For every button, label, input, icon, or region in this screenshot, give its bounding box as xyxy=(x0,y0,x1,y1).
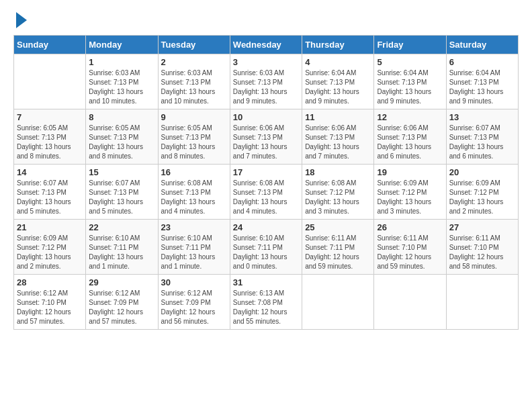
day-number: 19 xyxy=(377,167,443,177)
day-info: Sunrise: 6:06 AM Sunset: 7:13 PM Dayligh… xyxy=(377,124,443,161)
calendar-cell: 29Sunrise: 6:12 AM Sunset: 7:09 PM Dayli… xyxy=(86,275,158,330)
calendar-week-row: 21Sunrise: 6:09 AM Sunset: 7:12 PM Dayli… xyxy=(14,220,519,275)
day-number: 18 xyxy=(305,167,371,177)
calendar-cell: 27Sunrise: 6:11 AM Sunset: 7:10 PM Dayli… xyxy=(446,220,518,275)
day-info: Sunrise: 6:04 AM Sunset: 7:13 PM Dayligh… xyxy=(449,68,515,106)
day-info: Sunrise: 6:13 AM Sunset: 7:08 PM Dayligh… xyxy=(233,289,299,326)
day-number: 25 xyxy=(305,222,371,232)
day-number: 14 xyxy=(17,167,83,177)
day-info: Sunrise: 6:06 AM Sunset: 7:13 PM Dayligh… xyxy=(305,124,371,161)
day-info: Sunrise: 6:11 AM Sunset: 7:11 PM Dayligh… xyxy=(305,234,371,271)
day-info: Sunrise: 6:07 AM Sunset: 7:13 PM Dayligh… xyxy=(89,179,154,216)
day-info: Sunrise: 6:10 AM Sunset: 7:11 PM Dayligh… xyxy=(233,234,299,271)
calendar-cell: 25Sunrise: 6:11 AM Sunset: 7:11 PM Dayli… xyxy=(302,220,374,275)
day-number: 5 xyxy=(377,57,443,67)
day-info: Sunrise: 6:03 AM Sunset: 7:13 PM Dayligh… xyxy=(161,68,227,106)
day-number: 6 xyxy=(449,57,515,67)
calendar-cell: 12Sunrise: 6:06 AM Sunset: 7:13 PM Dayli… xyxy=(374,109,446,165)
calendar-cell: 18Sunrise: 6:08 AM Sunset: 7:12 PM Dayli… xyxy=(302,165,374,220)
calendar-cell: 7Sunrise: 6:05 AM Sunset: 7:13 PM Daylig… xyxy=(14,109,86,165)
calendar-cell: 30Sunrise: 6:12 AM Sunset: 7:09 PM Dayli… xyxy=(158,275,230,330)
day-number: 2 xyxy=(161,57,227,67)
day-info: Sunrise: 6:08 AM Sunset: 7:12 PM Dayligh… xyxy=(305,179,371,216)
day-number: 13 xyxy=(449,112,515,122)
calendar-cell: 31Sunrise: 6:13 AM Sunset: 7:08 PM Dayli… xyxy=(230,275,302,330)
day-number: 23 xyxy=(161,222,227,232)
day-info: Sunrise: 6:08 AM Sunset: 7:13 PM Dayligh… xyxy=(161,179,227,216)
weekday-header-tuesday: Tuesday xyxy=(158,36,230,54)
calendar-cell: 5Sunrise: 6:04 AM Sunset: 7:13 PM Daylig… xyxy=(374,54,446,109)
day-number: 3 xyxy=(233,57,299,67)
day-info: Sunrise: 6:03 AM Sunset: 7:13 PM Dayligh… xyxy=(233,68,299,106)
day-number: 17 xyxy=(233,167,299,177)
day-number: 11 xyxy=(305,112,371,122)
day-number: 16 xyxy=(161,167,227,177)
calendar-cell: 4Sunrise: 6:04 AM Sunset: 7:13 PM Daylig… xyxy=(302,54,374,109)
day-info: Sunrise: 6:08 AM Sunset: 7:13 PM Dayligh… xyxy=(233,179,299,216)
weekday-header-row: SundayMondayTuesdayWednesdayThursdayFrid… xyxy=(14,36,519,54)
calendar-cell xyxy=(14,54,86,109)
day-number: 20 xyxy=(449,167,515,177)
calendar-cell: 13Sunrise: 6:07 AM Sunset: 7:13 PM Dayli… xyxy=(446,109,518,165)
calendar-cell xyxy=(446,275,518,330)
logo xyxy=(13,13,27,28)
day-info: Sunrise: 6:04 AM Sunset: 7:13 PM Dayligh… xyxy=(305,68,371,106)
calendar-cell: 3Sunrise: 6:03 AM Sunset: 7:13 PM Daylig… xyxy=(230,54,302,109)
day-info: Sunrise: 6:10 AM Sunset: 7:11 PM Dayligh… xyxy=(89,234,154,271)
calendar-cell: 6Sunrise: 6:04 AM Sunset: 7:13 PM Daylig… xyxy=(446,54,518,109)
day-info: Sunrise: 6:11 AM Sunset: 7:10 PM Dayligh… xyxy=(377,234,443,271)
calendar-cell: 26Sunrise: 6:11 AM Sunset: 7:10 PM Dayli… xyxy=(374,220,446,275)
calendar-cell xyxy=(374,275,446,330)
day-number: 10 xyxy=(233,112,299,122)
calendar-cell: 28Sunrise: 6:12 AM Sunset: 7:10 PM Dayli… xyxy=(14,275,86,330)
day-info: Sunrise: 6:05 AM Sunset: 7:13 PM Dayligh… xyxy=(89,124,154,161)
day-number: 27 xyxy=(449,222,515,232)
weekday-header-friday: Friday xyxy=(374,36,446,54)
day-number: 31 xyxy=(233,277,299,287)
day-info: Sunrise: 6:12 AM Sunset: 7:09 PM Dayligh… xyxy=(89,289,154,326)
day-number: 30 xyxy=(161,277,227,287)
day-info: Sunrise: 6:05 AM Sunset: 7:13 PM Dayligh… xyxy=(17,124,83,161)
calendar-week-row: 28Sunrise: 6:12 AM Sunset: 7:10 PM Dayli… xyxy=(14,275,519,330)
day-number: 1 xyxy=(89,57,154,67)
day-info: Sunrise: 6:12 AM Sunset: 7:10 PM Dayligh… xyxy=(17,289,83,326)
day-number: 15 xyxy=(89,167,154,177)
calendar-week-row: 14Sunrise: 6:07 AM Sunset: 7:13 PM Dayli… xyxy=(14,165,519,220)
calendar-cell: 14Sunrise: 6:07 AM Sunset: 7:13 PM Dayli… xyxy=(14,165,86,220)
day-number: 26 xyxy=(377,222,443,232)
weekday-header-saturday: Saturday xyxy=(446,36,518,54)
day-info: Sunrise: 6:07 AM Sunset: 7:13 PM Dayligh… xyxy=(449,124,515,161)
calendar-cell: 15Sunrise: 6:07 AM Sunset: 7:13 PM Dayli… xyxy=(86,165,158,220)
calendar-cell: 10Sunrise: 6:06 AM Sunset: 7:13 PM Dayli… xyxy=(230,109,302,165)
calendar-cell: 24Sunrise: 6:10 AM Sunset: 7:11 PM Dayli… xyxy=(230,220,302,275)
weekday-header-sunday: Sunday xyxy=(14,36,86,54)
calendar-table: SundayMondayTuesdayWednesdayThursdayFrid… xyxy=(13,35,519,330)
calendar-cell: 11Sunrise: 6:06 AM Sunset: 7:13 PM Dayli… xyxy=(302,109,374,165)
day-info: Sunrise: 6:11 AM Sunset: 7:10 PM Dayligh… xyxy=(449,234,515,271)
day-info: Sunrise: 6:10 AM Sunset: 7:11 PM Dayligh… xyxy=(161,234,227,271)
day-number: 28 xyxy=(17,277,83,287)
day-info: Sunrise: 6:09 AM Sunset: 7:12 PM Dayligh… xyxy=(17,234,83,271)
logo-arrow-icon xyxy=(16,12,27,28)
day-info: Sunrise: 6:04 AM Sunset: 7:13 PM Dayligh… xyxy=(377,68,443,106)
day-info: Sunrise: 6:12 AM Sunset: 7:09 PM Dayligh… xyxy=(161,289,227,326)
calendar-cell: 17Sunrise: 6:08 AM Sunset: 7:13 PM Dayli… xyxy=(230,165,302,220)
calendar-cell: 8Sunrise: 6:05 AM Sunset: 7:13 PM Daylig… xyxy=(86,109,158,165)
day-number: 9 xyxy=(161,112,227,122)
calendar-cell: 20Sunrise: 6:09 AM Sunset: 7:12 PM Dayli… xyxy=(446,165,518,220)
calendar-week-row: 7Sunrise: 6:05 AM Sunset: 7:13 PM Daylig… xyxy=(14,109,519,165)
calendar-cell: 2Sunrise: 6:03 AM Sunset: 7:13 PM Daylig… xyxy=(158,54,230,109)
calendar-cell: 23Sunrise: 6:10 AM Sunset: 7:11 PM Dayli… xyxy=(158,220,230,275)
calendar-week-row: 1Sunrise: 6:03 AM Sunset: 7:13 PM Daylig… xyxy=(14,54,519,109)
day-number: 21 xyxy=(17,222,83,232)
weekday-header-monday: Monday xyxy=(86,36,158,54)
calendar-cell: 16Sunrise: 6:08 AM Sunset: 7:13 PM Dayli… xyxy=(158,165,230,220)
day-info: Sunrise: 6:03 AM Sunset: 7:13 PM Dayligh… xyxy=(89,68,154,106)
day-info: Sunrise: 6:07 AM Sunset: 7:13 PM Dayligh… xyxy=(17,179,83,216)
day-info: Sunrise: 6:06 AM Sunset: 7:13 PM Dayligh… xyxy=(233,124,299,161)
page-header xyxy=(13,13,519,28)
calendar-cell: 1Sunrise: 6:03 AM Sunset: 7:13 PM Daylig… xyxy=(86,54,158,109)
calendar-cell: 21Sunrise: 6:09 AM Sunset: 7:12 PM Dayli… xyxy=(14,220,86,275)
day-number: 22 xyxy=(89,222,154,232)
weekday-header-thursday: Thursday xyxy=(302,36,374,54)
